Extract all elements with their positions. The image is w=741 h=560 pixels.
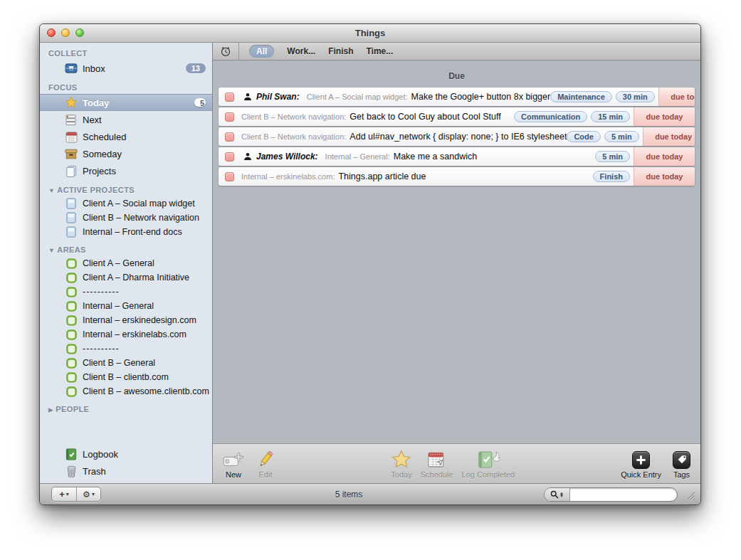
sidebar-item-area[interactable]: Client B – clientb.com [40, 370, 212, 384]
tag-pill[interactable]: Finish [593, 171, 630, 182]
sidebar-item-area[interactable]: Internal – General [40, 299, 212, 313]
sidebar-item-project[interactable]: Client B – Network navigation [40, 211, 212, 225]
disclosure-triangle-icon[interactable]: ▼ [48, 247, 55, 254]
status-bar: +▾ ⚙▾ 5 items ▲▼ [40, 483, 700, 504]
actions-gear-button[interactable]: ⚙▾ [76, 487, 100, 501]
project-doc-icon [65, 197, 78, 210]
sidebar-item-label: Client B – Network navigation [83, 213, 212, 223]
star-icon [65, 96, 78, 109]
sidebar-item-label: ---------- [83, 344, 212, 354]
sidebar-item-label: Internal – Front-end docs [83, 227, 212, 237]
sidebar-item-scheduled[interactable]: Scheduled [40, 128, 212, 145]
filter-tab-finish[interactable]: Finish [328, 46, 353, 56]
search-input[interactable] [570, 488, 678, 501]
sidebar-item-project[interactable]: Client A – Social map widget [40, 196, 212, 211]
titlebar[interactable]: Things [40, 24, 700, 43]
sidebar-item-area[interactable]: Client B – awesome.clientb.com [40, 384, 212, 398]
sidebar-item-area[interactable]: ---------- [40, 285, 212, 299]
area-icon [65, 285, 78, 298]
next-icon [65, 113, 78, 126]
section-header-collect: COLLECT [40, 43, 212, 60]
sidebar-item-today[interactable]: Today 5 [40, 94, 212, 111]
resize-grip[interactable] [685, 490, 695, 500]
sidebar-item-projects[interactable]: Projects [40, 162, 212, 179]
trash-icon [65, 465, 78, 477]
tag-pill[interactable]: Maintenance [550, 91, 612, 102]
task-row[interactable]: Client B – Network navigation: Add ul#na… [219, 127, 695, 146]
area-icon [65, 271, 78, 284]
tag-pill[interactable]: 5 min [604, 131, 639, 142]
toolbar-label: Edit [259, 470, 273, 479]
new-button[interactable]: New [223, 449, 244, 479]
toolbar-label: Quick Entry [621, 470, 661, 479]
alarm-clock-button[interactable] [213, 43, 239, 60]
task-checkbox[interactable] [225, 152, 234, 162]
sidebar-item-area[interactable]: Client A – General [40, 256, 212, 270]
items-count: 5 items [306, 490, 391, 500]
section-header-people[interactable]: ▶PEOPLE [40, 398, 212, 416]
tag-pill[interactable]: Communication [514, 111, 587, 122]
sidebar-item-project[interactable]: Internal – Front-end docs [40, 225, 212, 239]
stack-icon [65, 164, 78, 177]
sidebar-item-area[interactable]: ---------- [40, 342, 212, 356]
task-row[interactable]: Phil Swan: Client A – Social map widget:… [219, 88, 695, 106]
tag-pill[interactable]: 15 min [591, 111, 630, 122]
search-icon [550, 490, 559, 499]
task-title: Make me a sandwich [394, 152, 477, 162]
due-badge: due today [634, 147, 695, 166]
filter-tab-all[interactable]: All [249, 45, 274, 58]
task-checkbox[interactable] [225, 93, 234, 102]
schedule-button[interactable]: Schedule [421, 449, 453, 479]
sidebar-item-area[interactable]: Internal – erskinedesign.com [40, 313, 212, 327]
sidebar-item-label: Internal – General [83, 301, 212, 311]
edit-button[interactable]: Edit [257, 449, 274, 479]
tag-pill[interactable]: Code [567, 131, 601, 142]
project-doc-icon [65, 211, 78, 224]
inbox-icon [65, 62, 78, 75]
tags-button[interactable]: Tags [673, 449, 690, 479]
quick-entry-button[interactable]: Quick Entry [621, 449, 661, 479]
task-project: Client B – Network navigation: [241, 112, 346, 121]
sidebar-item-area[interactable]: Internal – erskinelabs.com [40, 327, 212, 342]
task-title: Add ul#nav_network { display: none; } to… [350, 132, 567, 142]
section-header-areas[interactable]: ▼AREAS [40, 239, 212, 256]
section-header-focus: FOCUS [40, 77, 212, 94]
today-button[interactable]: Today [391, 449, 411, 479]
sidebar-item-label: Scheduled [83, 132, 212, 142]
task-row[interactable]: Internal – erskinelabs.com: Things.app a… [219, 167, 695, 186]
sidebar-item-label: Client A – Social map widget [83, 199, 212, 208]
task-project: Internal – erskinelabs.com: [241, 172, 335, 181]
sidebar-item-area[interactable]: Client A – Dharma Initiative [40, 270, 212, 285]
sidebar-item-someday[interactable]: Someday [40, 145, 212, 162]
sidebar-item-trash[interactable]: Trash [40, 463, 212, 480]
sidebar-item-area[interactable]: Client B – General [40, 356, 212, 370]
disclosure-triangle-icon[interactable]: ▶ [48, 406, 53, 413]
task-checkbox[interactable] [225, 112, 234, 122]
filter-tab-work[interactable]: Work... [287, 46, 315, 56]
disclosure-triangle-icon[interactable]: ▼ [48, 187, 55, 194]
minimize-button[interactable] [61, 28, 70, 37]
add-list-button[interactable]: +▾ [52, 487, 76, 501]
search-scope-button[interactable]: ▲▼ [545, 488, 570, 501]
sidebar-footer: Logbook Trash [40, 445, 212, 483]
zoom-button[interactable] [75, 28, 84, 37]
due-badge: due today [658, 88, 695, 106]
task-row[interactable]: James Willock: Internal – General: Make … [219, 147, 695, 166]
sidebar-item-label: Next [83, 115, 212, 125]
sidebar-item-next[interactable]: Next [40, 111, 212, 128]
close-button[interactable] [47, 28, 56, 37]
task-row[interactable]: Client B – Network navigation: Get back … [219, 107, 695, 126]
main-area: All Work... Finish Time... Due Phil Swan… [213, 43, 700, 483]
tag-pill[interactable]: 30 min [616, 91, 655, 102]
task-checkbox[interactable] [225, 172, 234, 181]
chevron-updown-icon: ▲▼ [559, 492, 564, 497]
task-checkbox[interactable] [225, 132, 234, 142]
section-header-active-projects[interactable]: ▼ACTIVE PROJECTS [40, 179, 212, 196]
plus-icon: + [59, 489, 65, 500]
log-completed-button[interactable]: Log Completed [462, 449, 515, 479]
tag-pill[interactable]: 5 min [595, 151, 630, 162]
filter-tab-time[interactable]: Time... [366, 46, 393, 56]
sidebar-item-inbox[interactable]: Inbox 13 [40, 60, 212, 77]
sidebar-item-label: Client A – Dharma Initiative [83, 273, 212, 282]
sidebar-item-logbook[interactable]: Logbook [40, 445, 212, 463]
